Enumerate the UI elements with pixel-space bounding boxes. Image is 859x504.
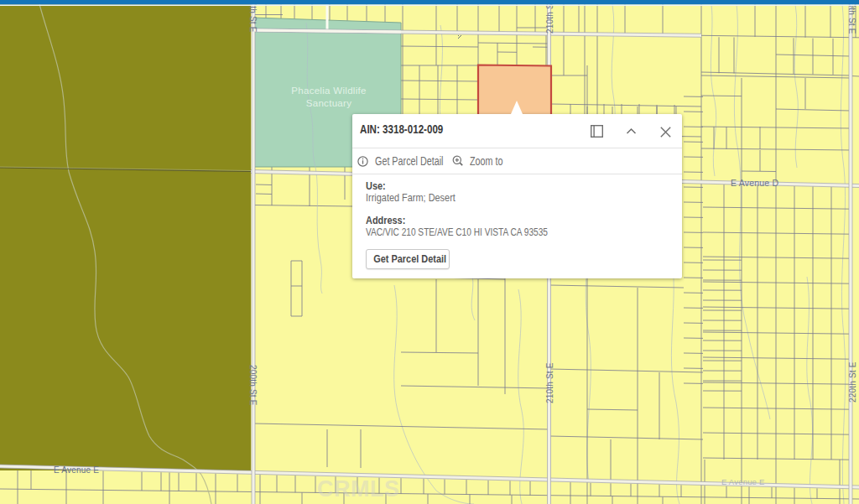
svg-text:Phacelia Wildlife: Phacelia Wildlife	[291, 86, 366, 96]
svg-text:E Avenue E: E Avenue E	[721, 477, 764, 486]
svg-text:200th St E: 200th St E	[248, 365, 258, 406]
svg-text:220th St E: 220th St E	[848, 361, 857, 403]
svg-text:CRMLS: CRMLS	[317, 476, 400, 501]
svg-text:210th St E: 210th St E	[545, 362, 554, 403]
svg-text:E Avenue E: E Avenue E	[54, 465, 99, 475]
svg-text:Sanctuary: Sanctuary	[306, 98, 351, 108]
svg-text:E Avenue D: E Avenue D	[731, 178, 778, 188]
